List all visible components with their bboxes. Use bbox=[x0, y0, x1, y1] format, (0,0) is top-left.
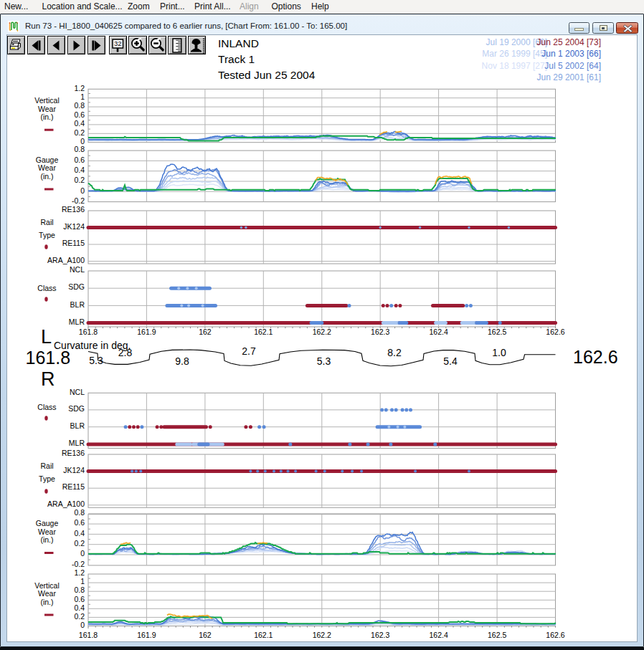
svg-text:0.4: 0.4 bbox=[74, 119, 85, 128]
svg-text:Tested Jun 25 2004: Tested Jun 25 2004 bbox=[218, 69, 316, 81]
svg-text:BLR: BLR bbox=[70, 421, 85, 430]
svg-text:1.2: 1.2 bbox=[74, 568, 85, 577]
svg-text:MLR: MLR bbox=[69, 317, 85, 326]
svg-text:1.2: 1.2 bbox=[74, 84, 85, 92]
svg-text:0.2: 0.2 bbox=[74, 539, 85, 548]
svg-text:162.6: 162.6 bbox=[573, 347, 618, 367]
svg-text:-0.2: -0.2 bbox=[72, 560, 85, 568]
svg-text:2.8: 2.8 bbox=[118, 347, 133, 358]
svg-text:JK124: JK124 bbox=[63, 222, 85, 231]
svg-text:INLAND: INLAND bbox=[218, 37, 259, 49]
svg-text:MLR: MLR bbox=[69, 439, 85, 447]
svg-text:(in.): (in.) bbox=[40, 172, 53, 181]
svg-text:0.8: 0.8 bbox=[74, 586, 85, 594]
svg-text:ARA_A100: ARA_A100 bbox=[47, 256, 85, 264]
svg-text:0.6: 0.6 bbox=[74, 156, 85, 164]
svg-text:1.0: 1.0 bbox=[492, 347, 506, 358]
svg-text:161.9: 161.9 bbox=[137, 328, 156, 336]
svg-text:Nov 18 1997 [27]: Nov 18 1997 [27] bbox=[482, 61, 547, 71]
svg-text:(in.): (in.) bbox=[40, 535, 53, 544]
svg-text:0.4: 0.4 bbox=[74, 603, 85, 612]
svg-text:5.3: 5.3 bbox=[89, 355, 103, 366]
svg-text:BLR: BLR bbox=[70, 300, 85, 309]
svg-text:162.3: 162.3 bbox=[371, 631, 389, 639]
svg-text:8.2: 8.2 bbox=[387, 347, 402, 358]
svg-text:Type: Type bbox=[39, 231, 55, 239]
svg-text:0.2: 0.2 bbox=[74, 612, 85, 621]
svg-text:Class: Class bbox=[37, 403, 56, 411]
svg-text:Wear: Wear bbox=[38, 589, 56, 598]
svg-text:162.4: 162.4 bbox=[429, 631, 448, 639]
svg-text:5.3: 5.3 bbox=[317, 355, 331, 367]
svg-text:0.4: 0.4 bbox=[74, 529, 85, 537]
svg-text:RE115: RE115 bbox=[62, 482, 85, 491]
svg-text:Mar 26 1999 [45]: Mar 26 1999 [45] bbox=[482, 49, 547, 59]
svg-text:SDG: SDG bbox=[68, 404, 85, 413]
svg-text:1: 1 bbox=[80, 577, 85, 586]
svg-text:162.6: 162.6 bbox=[546, 631, 564, 639]
svg-text:RE136: RE136 bbox=[62, 205, 85, 214]
svg-text:Track 1: Track 1 bbox=[218, 53, 255, 65]
svg-text:162.3: 162.3 bbox=[371, 328, 389, 336]
svg-text:0.8: 0.8 bbox=[74, 101, 85, 110]
svg-text:RE115: RE115 bbox=[62, 239, 85, 247]
svg-text:Gauge: Gauge bbox=[36, 519, 59, 527]
svg-text:5.4: 5.4 bbox=[443, 355, 458, 367]
svg-text:0: 0 bbox=[80, 137, 85, 145]
svg-text:0: 0 bbox=[80, 186, 85, 195]
svg-text:Vertical: Vertical bbox=[34, 581, 59, 590]
svg-text:Rail: Rail bbox=[40, 218, 53, 226]
svg-text:Type: Type bbox=[39, 474, 55, 483]
svg-text:2.7: 2.7 bbox=[242, 345, 256, 357]
svg-text:0.2: 0.2 bbox=[74, 176, 85, 184]
svg-text:Wear: Wear bbox=[38, 163, 56, 172]
svg-text:NCL: NCL bbox=[70, 265, 85, 274]
svg-text:(in.): (in.) bbox=[40, 598, 53, 606]
svg-text:162.1: 162.1 bbox=[254, 328, 273, 336]
svg-text:0.6: 0.6 bbox=[74, 110, 85, 119]
svg-text:Jun 25 2004 [73]: Jun 25 2004 [73] bbox=[537, 37, 601, 47]
svg-text:162.2: 162.2 bbox=[313, 328, 331, 336]
svg-text:Wear: Wear bbox=[38, 527, 56, 536]
svg-text:Vertical: Vertical bbox=[34, 96, 59, 105]
svg-text:ARA_A100: ARA_A100 bbox=[47, 500, 85, 508]
svg-text:161.9: 161.9 bbox=[137, 631, 156, 639]
svg-text:162.5: 162.5 bbox=[488, 328, 506, 336]
svg-text:Jul 5 2002 [64]: Jul 5 2002 [64] bbox=[544, 61, 601, 71]
svg-text:162.5: 162.5 bbox=[488, 631, 506, 639]
svg-text:Jun 1 2003 [66]: Jun 1 2003 [66] bbox=[541, 49, 601, 59]
svg-text:9.8: 9.8 bbox=[175, 355, 189, 367]
svg-text:0: 0 bbox=[80, 621, 85, 629]
svg-text:(in.): (in.) bbox=[40, 113, 53, 121]
svg-text:R: R bbox=[41, 368, 55, 390]
svg-text:0.8: 0.8 bbox=[74, 508, 85, 517]
svg-text:162.1: 162.1 bbox=[254, 631, 273, 639]
svg-text:162.4: 162.4 bbox=[429, 328, 448, 336]
svg-text:SDG: SDG bbox=[68, 282, 85, 291]
svg-text:JK124: JK124 bbox=[63, 466, 85, 474]
svg-text:0.6: 0.6 bbox=[74, 518, 85, 527]
svg-text:0.6: 0.6 bbox=[74, 595, 85, 603]
svg-text:L: L bbox=[41, 326, 52, 348]
svg-text:-0.2: -0.2 bbox=[72, 196, 85, 205]
svg-text:Rail: Rail bbox=[40, 462, 53, 470]
svg-text:Gauge: Gauge bbox=[36, 156, 59, 164]
svg-text:1: 1 bbox=[80, 92, 85, 101]
svg-text:RE136: RE136 bbox=[62, 449, 85, 457]
svg-text:0.4: 0.4 bbox=[74, 166, 85, 174]
svg-text:0: 0 bbox=[80, 549, 85, 558]
svg-text:0.8: 0.8 bbox=[74, 145, 85, 153]
svg-text:161.8: 161.8 bbox=[79, 631, 98, 639]
svg-text:Jun 29 2001 [61]: Jun 29 2001 [61] bbox=[537, 72, 601, 82]
svg-text:162: 162 bbox=[199, 328, 212, 336]
svg-text:0.2: 0.2 bbox=[74, 128, 85, 137]
svg-text:162.2: 162.2 bbox=[313, 631, 331, 639]
svg-text:162.6: 162.6 bbox=[546, 328, 564, 336]
svg-text:Class: Class bbox=[37, 284, 56, 292]
svg-text:NCL: NCL bbox=[70, 388, 85, 396]
svg-text:Wear: Wear bbox=[38, 105, 56, 113]
svg-text:162: 162 bbox=[199, 631, 212, 639]
